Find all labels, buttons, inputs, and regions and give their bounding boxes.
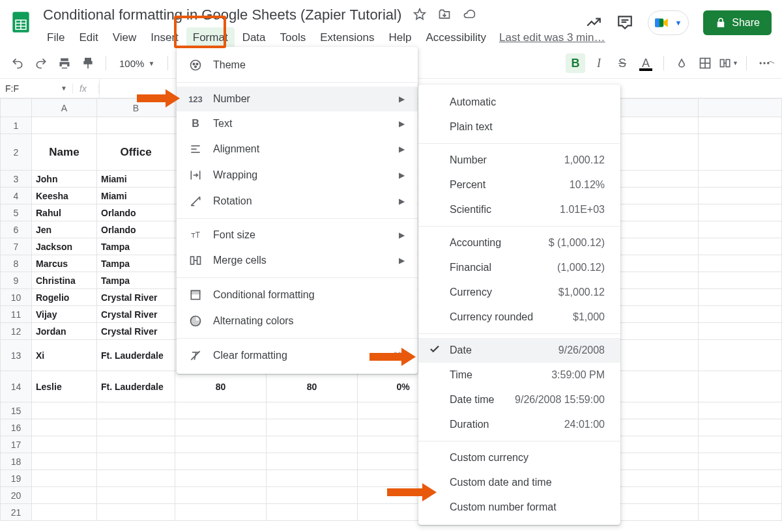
- cell[interactable]: [699, 504, 782, 521]
- cell[interactable]: [97, 453, 175, 470]
- cell[interactable]: [615, 117, 699, 134]
- cell[interactable]: [32, 402, 97, 419]
- cell[interactable]: Tampa: [97, 238, 175, 255]
- menu-help[interactable]: Help: [382, 27, 418, 48]
- menu-item-theme[interactable]: Theme: [177, 52, 418, 78]
- cell[interactable]: [32, 487, 97, 504]
- cell[interactable]: 80: [175, 371, 267, 402]
- cell[interactable]: [699, 371, 782, 402]
- cell[interactable]: [267, 402, 358, 419]
- row-header[interactable]: 4: [1, 188, 32, 204]
- menu-item-text[interactable]: B Text ▶: [177, 111, 418, 136]
- number-option-plain-text[interactable]: Plain text: [418, 115, 620, 139]
- cell[interactable]: Xi: [32, 340, 97, 371]
- cell[interactable]: John: [32, 171, 97, 188]
- cell[interactable]: 80: [267, 371, 358, 402]
- collapse-toolbar-icon[interactable]: ︿: [766, 55, 775, 67]
- cell[interactable]: [615, 323, 699, 340]
- cell[interactable]: Keesha: [32, 188, 97, 204]
- cell[interactable]: [699, 306, 782, 323]
- cell[interactable]: [97, 470, 175, 487]
- row-header[interactable]: 12: [1, 323, 32, 340]
- cell[interactable]: [175, 470, 267, 487]
- move-icon[interactable]: [438, 8, 451, 23]
- row-header[interactable]: 16: [1, 419, 32, 436]
- cell[interactable]: Christina: [32, 272, 97, 289]
- cell[interactable]: [97, 117, 175, 134]
- cell[interactable]: Office: [97, 134, 175, 171]
- row-header[interactable]: 7: [1, 238, 32, 255]
- row-header[interactable]: 17: [1, 436, 32, 453]
- cell[interactable]: [699, 238, 782, 255]
- select-all-corner[interactable]: [1, 99, 32, 117]
- cell[interactable]: [97, 402, 175, 419]
- number-option-custom-date-time[interactable]: Custom date and time: [418, 470, 620, 495]
- print-button[interactable]: [55, 53, 74, 73]
- document-title[interactable]: Conditional formatting in Google Sheets …: [40, 5, 404, 25]
- cell[interactable]: [699, 117, 782, 134]
- cell[interactable]: [615, 188, 699, 204]
- cell[interactable]: [699, 453, 782, 470]
- cell[interactable]: [175, 419, 267, 436]
- cell[interactable]: [267, 453, 358, 470]
- row-header[interactable]: 1: [1, 117, 32, 134]
- cell[interactable]: [267, 419, 358, 436]
- cell[interactable]: [32, 117, 97, 134]
- cell[interactable]: [615, 255, 699, 272]
- cell[interactable]: Leslie: [32, 371, 97, 402]
- number-option-duration[interactable]: Duration24:01:00: [418, 412, 620, 437]
- row-header[interactable]: 19: [1, 470, 32, 487]
- redo-button[interactable]: [31, 53, 51, 73]
- cell[interactable]: [267, 436, 358, 453]
- cell[interactable]: [32, 453, 97, 470]
- cell[interactable]: [699, 272, 782, 289]
- menu-item-font-size[interactable]: ᴛT Font size ▶: [177, 223, 418, 247]
- menu-item-rotation[interactable]: Rotation ▶: [177, 188, 418, 214]
- menu-item-clear-formatting[interactable]: Clear formatting ⌘\: [177, 343, 418, 369]
- menu-file[interactable]: File: [40, 27, 71, 48]
- share-button[interactable]: Share: [703, 10, 772, 35]
- cell[interactable]: [699, 188, 782, 204]
- cell[interactable]: [615, 419, 699, 436]
- cell[interactable]: Tampa: [97, 272, 175, 289]
- cell[interactable]: [175, 402, 267, 419]
- menu-item-wrapping[interactable]: Wrapping ▶: [177, 162, 418, 188]
- cell[interactable]: Jordan: [32, 323, 97, 340]
- cell[interactable]: Crystal River: [97, 323, 175, 340]
- menu-data[interactable]: Data: [236, 27, 272, 48]
- cell[interactable]: [97, 504, 175, 521]
- cell[interactable]: [615, 340, 699, 371]
- menu-extensions[interactable]: Extensions: [313, 27, 381, 48]
- cell[interactable]: [615, 436, 699, 453]
- row-header[interactable]: 14: [1, 371, 32, 402]
- cell[interactable]: [615, 453, 699, 470]
- cell[interactable]: [175, 453, 267, 470]
- cell[interactable]: [615, 402, 699, 419]
- menu-tools[interactable]: Tools: [274, 27, 313, 48]
- cell[interactable]: Ft. Lauderdale: [97, 371, 175, 402]
- cell[interactable]: Rahul: [32, 204, 97, 221]
- cell[interactable]: [32, 436, 97, 453]
- cell[interactable]: [699, 340, 782, 371]
- cell[interactable]: [175, 436, 267, 453]
- row-header[interactable]: 13: [1, 340, 32, 371]
- row-header[interactable]: 9: [1, 272, 32, 289]
- cell[interactable]: [699, 419, 782, 436]
- row-header[interactable]: 15: [1, 402, 32, 419]
- number-option-scientific[interactable]: Scientific1.01E+03: [418, 197, 620, 222]
- menu-item-merge-cells[interactable]: Merge cells ▶: [177, 247, 418, 273]
- menu-item-number[interactable]: 123 Number ▶: [177, 87, 418, 111]
- cell[interactable]: [699, 402, 782, 419]
- cell[interactable]: [175, 504, 267, 521]
- row-header[interactable]: 6: [1, 221, 32, 238]
- number-option-currency[interactable]: Currency$1,000.12: [418, 280, 620, 305]
- col-header[interactable]: A: [32, 99, 97, 117]
- cell[interactable]: [32, 419, 97, 436]
- number-option-custom-currency[interactable]: Custom currency: [418, 445, 620, 470]
- cell[interactable]: [175, 487, 267, 504]
- merge-button[interactable]: ▼: [719, 53, 738, 73]
- bold-button[interactable]: B: [566, 53, 585, 73]
- undo-button[interactable]: [8, 53, 27, 73]
- cell[interactable]: Orlando: [97, 204, 175, 221]
- cell[interactable]: [699, 221, 782, 238]
